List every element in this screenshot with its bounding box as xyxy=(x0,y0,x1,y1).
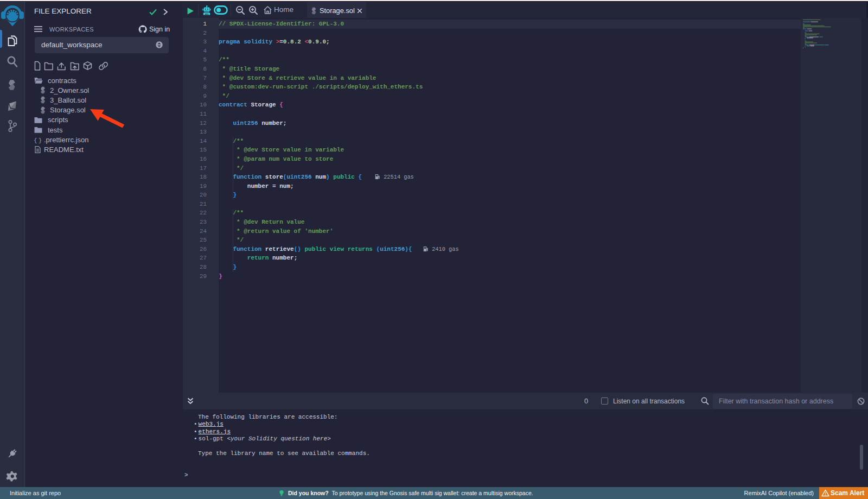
svg-text:{ }: { } xyxy=(34,137,41,144)
